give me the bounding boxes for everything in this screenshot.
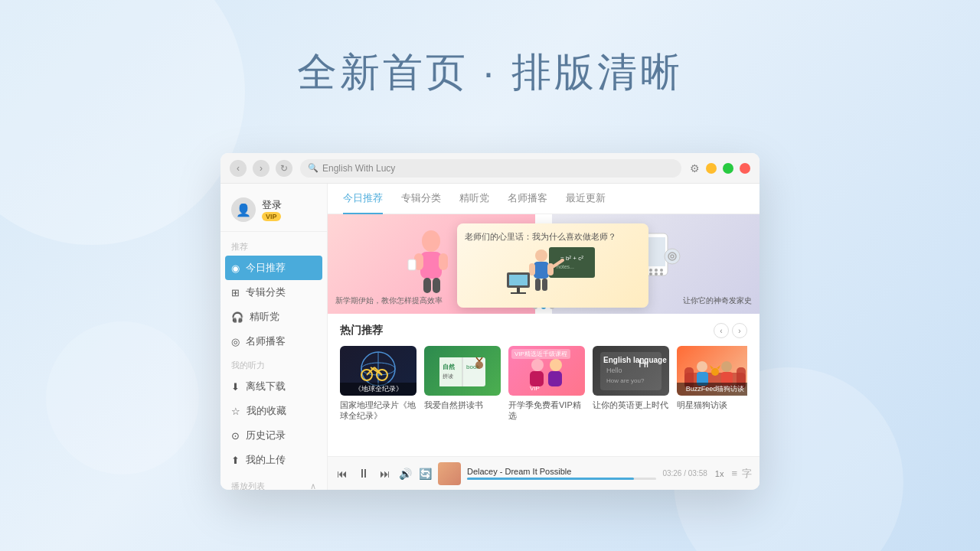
featured-popup[interactable]: 老师们的心里话：我为什么喜欢做老师？ = b² + c² notes... xyxy=(457,223,648,308)
player-info: Delacey - Dream It Possible xyxy=(467,467,656,480)
card-vip[interactable]: VIP精选近千级课程 VIP 开学季免费看VIP xyxy=(508,346,585,422)
tab-podcasts[interactable]: 名师播客 xyxy=(508,184,547,214)
tab-today[interactable]: 今日推荐 xyxy=(343,184,383,214)
svg-rect-31 xyxy=(511,292,526,294)
svg-rect-8 xyxy=(647,237,665,266)
search-text: English With Lucy xyxy=(322,163,395,174)
bg-decoration-3 xyxy=(46,321,199,474)
lyrics-button[interactable]: 字 xyxy=(742,467,752,481)
sidebar-item-today-label: 今日推荐 xyxy=(246,261,286,275)
close-button[interactable]: ✕ xyxy=(740,163,750,174)
player-time: 03:26 / 03:58 xyxy=(662,469,707,478)
vip-badge: VIP xyxy=(262,212,281,221)
sidebar-item-albums[interactable]: ⊞ 专辑分类 xyxy=(220,280,327,305)
sidebar-item-upload-label: 我的上传 xyxy=(246,453,286,467)
section-recommend: 推荐 xyxy=(220,238,327,256)
forward-button[interactable]: › xyxy=(253,160,270,177)
svg-rect-50 xyxy=(530,371,544,386)
search-icon: 🔍 xyxy=(308,163,318,173)
svg-point-49 xyxy=(531,359,544,371)
sidebar-item-today[interactable]: ◉ 今日推荐 xyxy=(225,256,322,280)
playlist-collapse-icon[interactable]: ∧ xyxy=(310,481,316,490)
svg-text:VIP: VIP xyxy=(530,385,540,392)
card-thumb-nature: 自然 拼读 book xyxy=(424,346,501,396)
settings-button[interactable]: ⚙ xyxy=(689,163,700,174)
nature-illustration: 自然 拼读 book xyxy=(424,346,501,396)
card-nature[interactable]: 自然 拼读 book 我爱自然拼读书 xyxy=(424,346,501,422)
section-my: 我的听力 xyxy=(220,357,327,374)
tab-recent[interactable]: 最近更新 xyxy=(566,184,606,214)
svg-rect-30 xyxy=(517,288,520,292)
svg-rect-29 xyxy=(509,275,528,285)
refresh-button[interactable]: ↻ xyxy=(276,160,292,177)
sidebar-item-history-label: 历史记录 xyxy=(246,429,286,442)
player-right: 03:26 / 03:58 1x ≡ 字 xyxy=(662,467,752,481)
sidebar-item-upload[interactable]: ⬆ 我的上传 xyxy=(220,448,327,472)
svg-text:拼读: 拼读 xyxy=(443,373,453,380)
card-english[interactable]: English language Hello How are you? Hi 让… xyxy=(593,346,669,422)
popup-hint: 老师们的心里话：我为什么喜欢做老师？ xyxy=(465,231,641,243)
svg-point-0 xyxy=(422,230,440,252)
player-bar: ⏮ ⏸ ⏭ 🔊 🔄 Delacey - Dream It Possible xyxy=(328,456,760,490)
svg-point-11 xyxy=(660,269,663,272)
pause-button[interactable]: ⏸ xyxy=(355,465,372,482)
sidebar-item-albums-label: 专辑分类 xyxy=(246,285,286,299)
volume-button[interactable]: 🔊 xyxy=(398,467,412,481)
repeat-button[interactable]: 🔄 xyxy=(418,467,432,481)
sidebar-item-favorites-label: 我的收藏 xyxy=(247,404,286,418)
svg-point-15 xyxy=(665,249,680,264)
back-button[interactable]: ‹ xyxy=(230,160,247,177)
user-profile[interactable]: 👤 登录 VIP xyxy=(220,191,327,232)
tab-listen[interactable]: 精听党 xyxy=(459,184,489,214)
speed-button[interactable]: 1x xyxy=(712,468,727,480)
sidebar-item-history[interactable]: ⊙ 历史记录 xyxy=(220,423,327,448)
sidebar-item-offline[interactable]: ⬇ 离线下载 xyxy=(220,374,327,399)
bg-decoration-1 xyxy=(0,0,245,245)
avatar: 👤 xyxy=(231,197,256,222)
svg-point-12 xyxy=(649,272,652,276)
svg-point-66 xyxy=(711,368,719,376)
user-name: 登录 xyxy=(262,198,282,212)
buzz-label: BuzzFeed猫狗访谈 xyxy=(677,383,747,396)
favorites-icon: ☆ xyxy=(231,406,240,417)
window-controls: ⚙ — □ ✕ xyxy=(689,163,750,174)
svg-text:notes...: notes... xyxy=(557,264,574,269)
albums-icon: ⊞ xyxy=(231,287,240,298)
english-illustration: English language Hello How are you? Hi xyxy=(593,346,669,396)
svg-text:Hi: Hi xyxy=(639,357,648,370)
upload-icon: ⬆ xyxy=(231,455,240,466)
playlist-section: 播放列表 ∧ xyxy=(220,475,327,490)
card-geo[interactable]: 《地球全纪录》 国家地理纪录片《地球全纪录》 xyxy=(340,346,416,422)
svg-point-46 xyxy=(475,361,483,369)
svg-rect-5 xyxy=(433,278,440,293)
player-title: Delacey - Dream It Possible xyxy=(467,467,656,476)
nature-title: 我爱自然拼读书 xyxy=(424,399,501,410)
search-bar[interactable]: 🔍 English With Lucy xyxy=(300,159,681,178)
sidebar-item-listen-label: 精听党 xyxy=(250,310,279,324)
section-header: 热门推荐 ‹ › xyxy=(340,323,747,338)
prev-button[interactable]: ‹ xyxy=(714,323,729,338)
next-track-button[interactable]: ⏭ xyxy=(378,467,392,481)
card-thumb-english: English language Hello How are you? Hi xyxy=(593,346,669,396)
buzz-title: 明星猫狗访谈 xyxy=(677,399,747,410)
card-thumb-geo: 《地球全纪录》 xyxy=(340,346,416,396)
sidebar-item-podcasts[interactable]: ◎ 名师播客 xyxy=(220,329,327,354)
progress-fill xyxy=(467,478,634,480)
svg-point-14 xyxy=(660,272,663,276)
sidebar-item-favorites[interactable]: ☆ 我的收藏 xyxy=(220,399,327,423)
progress-bar[interactable] xyxy=(467,478,656,480)
maximize-button[interactable]: □ xyxy=(723,163,733,174)
progress-container xyxy=(467,478,656,480)
sidebar-item-listen[interactable]: 🎧 精听党 xyxy=(220,305,327,329)
svg-rect-6 xyxy=(408,259,416,270)
card-buzz[interactable]: BuzzFeed猫狗访谈 明星猫狗访谈 xyxy=(677,346,747,422)
prev-track-button[interactable]: ⏮ xyxy=(335,467,349,481)
geo-title: 国家地理纪录片《地球全纪录》 xyxy=(340,399,416,422)
playlist-button[interactable]: ≡ xyxy=(731,468,737,479)
svg-text:Hello: Hello xyxy=(606,367,622,374)
sidebar-item-podcasts-label: 名师播客 xyxy=(246,334,286,348)
minimize-button[interactable]: — xyxy=(706,163,717,174)
tab-albums[interactable]: 专辑分类 xyxy=(401,184,441,214)
svg-rect-22 xyxy=(534,262,549,279)
next-button[interactable]: › xyxy=(732,323,747,338)
